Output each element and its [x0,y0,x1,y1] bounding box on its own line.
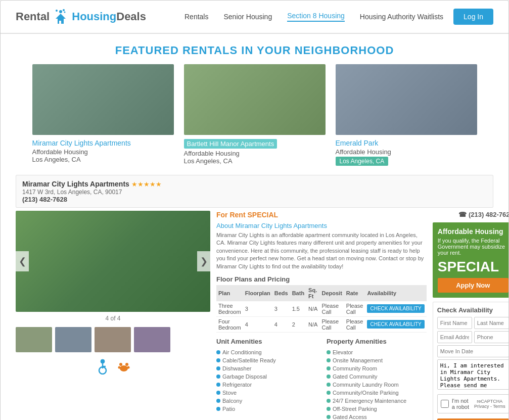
amenity-label: Patio [222,406,235,412]
carousel-prev-button[interactable]: ❮ [16,251,29,271]
logo-housing: Housing [72,10,116,23]
amenity-item: Gated Access [327,413,427,420]
svg-point-14 [118,366,120,369]
logo-rental: Rental [16,10,50,23]
amenity-item: Community Room [327,364,427,372]
property-image-3 [336,64,477,135]
svg-rect-4 [59,21,61,24]
col-sqft: Sq. Ft [306,285,319,301]
amenity-label: Gated Access [333,414,367,420]
amenity-item: Community Laundry Room [327,381,427,389]
logo: Rental Housing Deals [16,8,146,26]
phone-input[interactable] [474,331,509,343]
col-deposit: Deposit [319,285,344,301]
svg-point-1 [63,9,65,11]
email-phone-row [437,331,509,343]
sidebar-phone: ☎ (213) 482-7628 [433,211,509,218]
first-name-input[interactable] [437,317,472,329]
recaptcha-logo: reCAPTCHAPrivacy - Terms [474,399,505,409]
svg-point-13 [125,363,128,366]
check-avail-btn-1[interactable]: CHECK AVAILABILITY [367,304,424,313]
property-card-2[interactable]: Bartlett Hill Manor Apartments Affordabl… [184,64,326,166]
amenity-item: Stove [216,389,316,397]
unit-amenities-title: Unit Amenities [216,338,316,345]
row1-plan: Three Bedroom [216,301,243,317]
property-name-3[interactable]: Emerald Park [336,139,477,147]
selected-property-name: Miramar City Lights Apartments [22,180,129,188]
property-type-3: Affordable Housing [336,148,477,156]
svg-point-0 [59,10,62,13]
row1-rate: Please Call [344,301,365,317]
property-card-1[interactable]: Miramar City Lights Apartments Affordabl… [32,64,174,166]
logo-house-icon [52,8,70,26]
amenity-dot [216,407,220,411]
amenity-item: Gated Community [327,372,427,381]
name-row [437,317,509,329]
photos-column: ❮ ❯ 4 of 4 [16,211,210,420]
featured-title: FEATURED RENTALS IN YOUR NEIGHBORHOOD [1,34,508,64]
amenity-label: Onsite Management [333,357,383,363]
selected-property-info: Miramar City Lights Apartments ★★★★★ 141… [16,175,493,208]
affordable-title: Affordable Housing [438,227,508,236]
amenity-dot [216,399,220,403]
amenity-dot [216,358,220,362]
property-location-2: Los Angeles, CA [184,157,326,165]
amenity-label: Community/Onsite Parking [333,390,399,396]
amenity-item: Air Conditioning [216,348,316,356]
property-name-1[interactable]: Miramar City Lights Apartments [32,139,174,147]
amenity-item: Off-Street Parking [327,405,427,413]
main-content: ❮ ❯ 4 of 4 [1,211,508,420]
email-input[interactable] [437,331,472,343]
row1-beds: 3 [272,301,290,317]
wheelchair-icon [95,358,111,375]
logo-deals: Deals [116,10,146,23]
amenity-item: Garbage Disposal [216,372,316,381]
nav-waitlists[interactable]: Housing Authority Waitlists [360,13,443,21]
table-row: Three Bedroom 3 3 1.5 N/A Please Call Pl… [216,301,427,317]
nav-section8[interactable]: Section 8 Housing [287,12,345,22]
amenity-item: 24/7 Emergency Maintenance [327,397,427,405]
row2-deposit: Please Call [319,316,344,332]
row2-avail[interactable]: CHECK AVAILABILITY [365,316,426,332]
thumbnail-3[interactable] [95,327,131,352]
amenity-label: Community Laundry Room [333,382,399,388]
property-cards: Miramar City Lights Apartments Affordabl… [1,64,508,171]
captcha-checkbox[interactable] [441,400,449,408]
thumbnail-2[interactable] [55,327,91,352]
amenity-item: Community/Onsite Parking [327,389,427,397]
nav-rentals[interactable]: Rentals [184,13,208,21]
row1-avail[interactable]: CHECK AVAILABILITY [365,301,426,317]
property-card-3[interactable]: Emerald Park Affordable Housing Los Ange… [336,64,477,166]
apply-now-button[interactable]: Apply Now [438,278,508,293]
affordable-special: SPECIAL [438,259,508,275]
amenity-dot [216,366,220,370]
thumbnail-4[interactable] [134,327,170,352]
about-text: Miramar City Lights is an affordable apa… [216,231,427,270]
amenity-label: Elevator [333,349,353,355]
nav-senior-housing[interactable]: Senior Housing [223,13,272,21]
main-nav: Rentals Senior Housing Section 8 Housing… [184,12,443,22]
message-textarea[interactable]: Hi, I am interested in Miramar City Ligh… [437,359,509,390]
property-amenities-title: Property Amenities [327,338,427,345]
amenity-label: Garbage Disposal [222,374,267,380]
floor-plans-table: Plan Floorplan Beds Bath Sq. Ft Deposit … [216,285,427,333]
col-floorplan: Floorplan [243,285,272,301]
amenity-dot [216,375,220,379]
amenity-label: Air Conditioning [222,349,262,355]
amenity-item: Balcony [216,397,316,405]
property-name-2[interactable]: Bartlett Hill Manor Apartments [184,139,277,149]
move-in-input[interactable] [437,345,509,357]
check-availability-form: Check Availability Hi, I am interested i… [433,302,509,420]
for-rent-badge: SPECIAL [247,211,278,219]
phone-number: (213) 482-7628 [469,211,509,218]
phone-icon: ☎ [458,211,467,218]
last-name-input[interactable] [474,317,509,329]
amenity-label: Gated Community [333,374,378,380]
amenity-label: Cable/Satellite Ready [222,357,276,363]
svg-marker-2 [56,14,66,19]
check-avail-btn-2[interactable]: CHECK AVAILABILITY [367,320,424,329]
carousel-next-button[interactable]: ❯ [197,251,210,271]
accessibility-icons [16,354,210,379]
login-button[interactable]: Log In [453,9,493,25]
thumbnail-1[interactable] [16,327,52,352]
